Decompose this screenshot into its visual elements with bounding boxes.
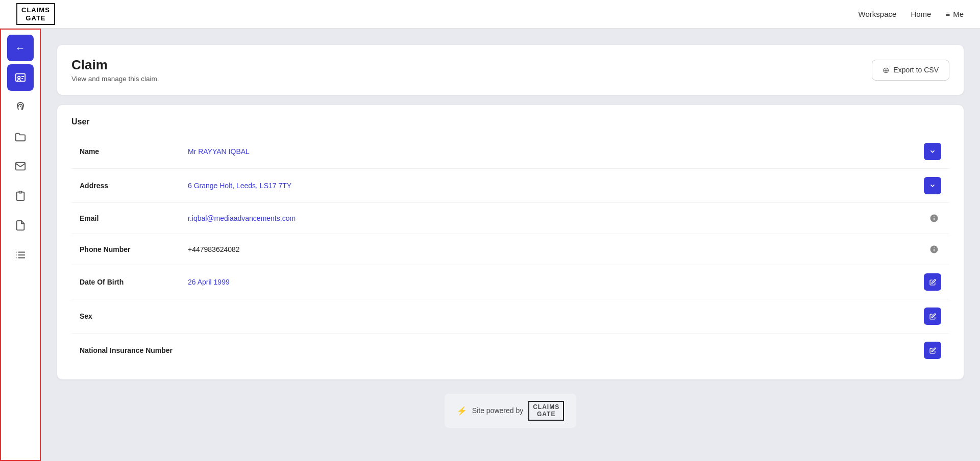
document-icon xyxy=(15,220,26,231)
mail-icon xyxy=(15,161,26,172)
svg-point-14 xyxy=(934,216,935,217)
lightning-icon: ⚡ xyxy=(457,406,467,416)
field-label: Date Of Birth xyxy=(71,265,184,299)
sidebar-item-folder[interactable] xyxy=(7,123,34,150)
field-label: Phone Number xyxy=(71,234,184,265)
field-label: National Insurance Number xyxy=(71,334,184,368)
back-button[interactable]: ← xyxy=(7,35,34,61)
back-icon: ← xyxy=(15,42,26,54)
field-value: 26 April 1999 xyxy=(184,265,919,299)
sidebar-item-fingerprint[interactable] xyxy=(7,94,34,120)
edit-button[interactable] xyxy=(924,273,941,291)
svg-point-17 xyxy=(934,247,935,248)
list-icon xyxy=(15,249,26,261)
sidebar-item-clipboard[interactable] xyxy=(7,183,34,209)
field-action xyxy=(919,334,949,368)
table-row: National Insurance Number xyxy=(71,334,949,368)
me-label: Me xyxy=(953,10,964,18)
info-button[interactable] xyxy=(927,242,941,257)
main-header: CLAIMS GATE Workspace Home ≡ Me xyxy=(0,0,980,29)
table-row: Phone Number+447983624082 xyxy=(71,234,949,265)
field-action xyxy=(919,135,949,169)
header-nav: Workspace Home ≡ Me xyxy=(859,10,964,18)
page-header-text: Claim View and manage this claim. xyxy=(71,57,159,83)
powered-text: Site powered by xyxy=(472,406,523,415)
page-layout: ← xyxy=(0,29,980,461)
field-value: 6 Grange Holt, Leeds, LS17 7TY xyxy=(184,169,919,203)
edit-button[interactable] xyxy=(924,342,941,359)
me-menu[interactable]: ≡ Me xyxy=(945,10,964,18)
fingerprint-icon xyxy=(15,101,26,113)
page-title: Claim xyxy=(71,57,159,73)
field-value xyxy=(184,334,919,368)
dropdown-button[interactable] xyxy=(924,177,941,194)
field-value xyxy=(184,299,919,334)
svg-point-1 xyxy=(17,76,20,79)
logo: CLAIMS GATE xyxy=(16,3,55,25)
hamburger-icon: ≡ xyxy=(945,10,950,18)
dropdown-button[interactable] xyxy=(924,143,941,160)
field-label: Name xyxy=(71,135,184,169)
footer-badge: ⚡ Site powered by CLAIMS GATE xyxy=(445,394,576,428)
field-action xyxy=(919,299,949,334)
field-label: Address xyxy=(71,169,184,203)
table-row: Emailr.iqbal@mediaadvancements.com xyxy=(71,203,949,234)
sidebar-item-contact[interactable] xyxy=(7,64,34,91)
page-subtitle: View and manage this claim. xyxy=(71,75,159,83)
table-row: Date Of Birth26 April 1999 xyxy=(71,265,949,299)
footer: ⚡ Site powered by CLAIMS GATE xyxy=(57,379,964,444)
user-section-title: User xyxy=(71,117,949,126)
field-value: Mr RAYYAN IQBAL xyxy=(184,135,919,169)
home-link[interactable]: Home xyxy=(911,10,931,18)
field-action xyxy=(919,169,949,203)
sidebar-item-mail[interactable] xyxy=(7,153,34,180)
table-row: Address6 Grange Holt, Leeds, LS17 7TY xyxy=(71,169,949,203)
table-row: NameMr RAYYAN IQBAL xyxy=(71,135,949,169)
footer-logo: CLAIMS GATE xyxy=(528,401,564,421)
workspace-link[interactable]: Workspace xyxy=(859,10,897,18)
sidebar: ← xyxy=(0,29,41,461)
info-button[interactable] xyxy=(927,211,941,225)
sidebar-item-list[interactable] xyxy=(7,242,34,268)
user-info-table: NameMr RAYYAN IQBALAddress6 Grange Holt,… xyxy=(71,135,949,367)
sidebar-item-document[interactable] xyxy=(7,212,34,239)
table-row: Sex xyxy=(71,299,949,334)
contact-card-icon xyxy=(15,72,26,83)
clipboard-icon xyxy=(15,190,26,201)
field-label: Email xyxy=(71,203,184,234)
field-action xyxy=(919,265,949,299)
field-value: r.iqbal@mediaadvancements.com xyxy=(184,203,919,234)
field-action xyxy=(919,234,949,265)
export-csv-button[interactable]: ⊕ Export to CSV xyxy=(872,60,949,81)
edit-button[interactable] xyxy=(924,308,941,325)
user-card: User NameMr RAYYAN IQBALAddress6 Grange … xyxy=(57,105,964,379)
export-icon: ⊕ xyxy=(883,65,889,75)
main-content: Claim View and manage this claim. ⊕ Expo… xyxy=(41,29,980,461)
field-value: +447983624082 xyxy=(184,234,919,265)
folder-icon xyxy=(15,131,26,142)
field-label: Sex xyxy=(71,299,184,334)
page-header-card: Claim View and manage this claim. ⊕ Expo… xyxy=(57,45,964,95)
field-action xyxy=(919,203,949,234)
